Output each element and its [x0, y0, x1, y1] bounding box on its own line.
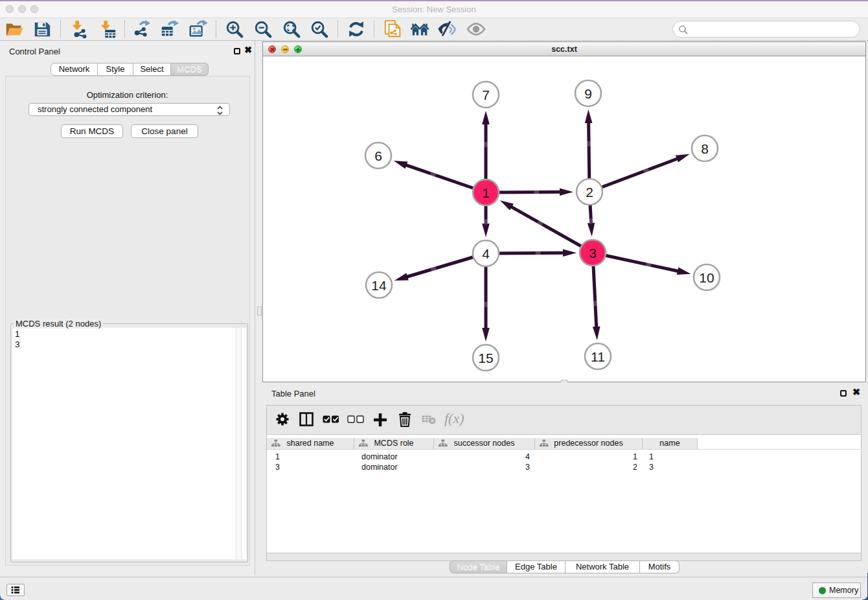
svg-text:8: 8: [701, 141, 709, 156]
svg-text:6: 6: [374, 148, 382, 163]
svg-text:3: 3: [589, 246, 597, 260]
svg-text:4: 4: [482, 246, 490, 261]
svg-text:2: 2: [586, 185, 593, 200]
svg-text:9: 9: [584, 86, 592, 101]
svg-text:15: 15: [478, 351, 493, 365]
svg-text:1: 1: [482, 185, 490, 200]
svg-text:7: 7: [482, 87, 490, 102]
svg-text:10: 10: [699, 270, 714, 285]
svg-text:14: 14: [371, 278, 387, 293]
svg-text:11: 11: [591, 349, 605, 364]
